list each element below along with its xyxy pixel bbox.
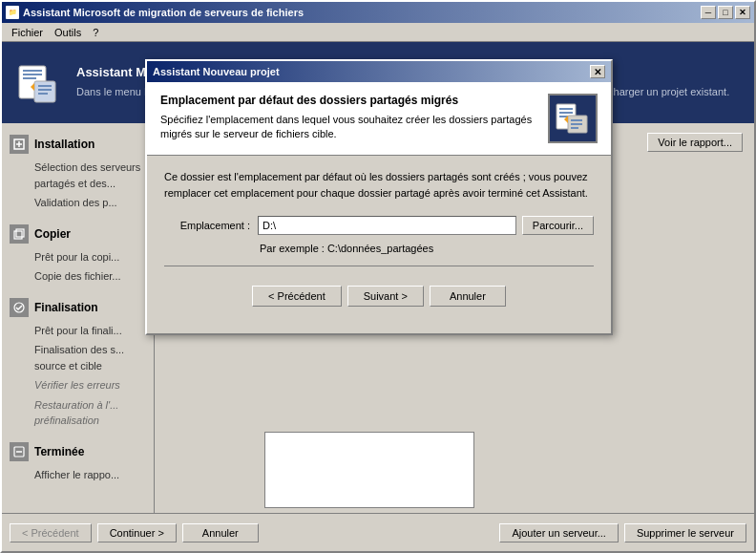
dialog-title-bar: Assistant Nouveau projet ✕ bbox=[147, 61, 611, 82]
dialog-overlay: Assistant Nouveau projet ✕ Emplacement p… bbox=[2, 2, 754, 551]
dialog-separator bbox=[164, 266, 594, 266]
svg-rect-19 bbox=[559, 112, 573, 114]
example-text: Par exemple : C:\données_partagées bbox=[260, 243, 594, 254]
main-window: 📁 Assistant Microsoft de migration de se… bbox=[0, 0, 756, 553]
dialog-header-content: Emplacement par défaut des dossiers part… bbox=[160, 94, 538, 142]
dialog-title: Assistant Nouveau projet bbox=[153, 66, 590, 77]
dialog-annuler-button[interactable]: Annuler bbox=[430, 286, 506, 307]
dialog-footer: < Précédent Suivant > Annuler bbox=[164, 278, 594, 320]
svg-rect-23 bbox=[571, 123, 582, 125]
dialog-precedent-button[interactable]: < Précédent bbox=[252, 286, 342, 307]
dialog-body-text: Ce dossier est l'emplacement par défaut … bbox=[164, 169, 594, 201]
svg-rect-24 bbox=[571, 127, 578, 129]
dialog-header-icon bbox=[548, 94, 598, 143]
svg-rect-22 bbox=[571, 119, 582, 121]
parcourir-button[interactable]: Parcourir... bbox=[522, 216, 594, 235]
dialog-header-title: Emplacement par défaut des dossiers part… bbox=[160, 94, 538, 107]
emplacement-label: Emplacement : bbox=[164, 220, 250, 231]
svg-rect-18 bbox=[559, 108, 573, 110]
dialog-assistant-nouveau-projet: Assistant Nouveau projet ✕ Emplacement p… bbox=[145, 59, 613, 335]
dialog-body: Ce dossier est l'emplacement par défaut … bbox=[147, 156, 611, 333]
dialog-header: Emplacement par défaut des dossiers part… bbox=[147, 82, 611, 156]
emplacement-input[interactable] bbox=[258, 216, 516, 235]
dialog-close-button[interactable]: ✕ bbox=[590, 65, 605, 78]
dialog-suivant-button[interactable]: Suivant > bbox=[347, 286, 424, 307]
dialog-header-description: Spécifiez l'emplacement dans lequel vous… bbox=[160, 113, 538, 142]
dialog-form-row: Emplacement : Parcourir... bbox=[164, 216, 594, 235]
